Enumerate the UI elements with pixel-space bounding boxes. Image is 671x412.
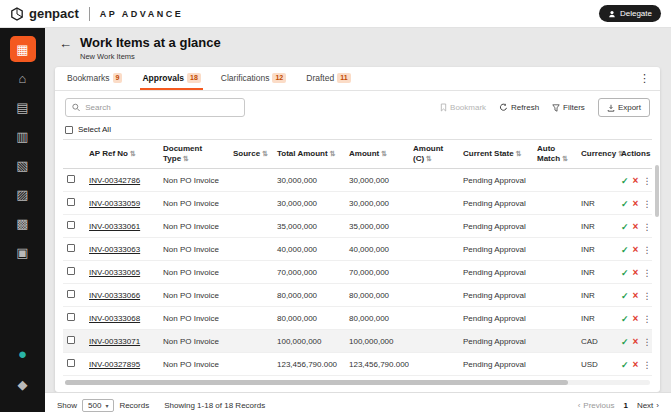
row-menu-icon[interactable]: ⋮ [642,314,651,324]
sidebar-item-reports[interactable]: ▨ [10,181,36,207]
ap-ref-link[interactable]: INV-00333071 [89,337,140,346]
reject-icon[interactable]: × [633,175,639,186]
bookmark-button[interactable]: Bookmark [440,103,486,112]
ap-ref-link[interactable]: INV-00333063 [89,245,140,254]
approve-icon[interactable]: ✓ [621,222,629,232]
row-checkbox[interactable] [67,175,75,183]
vertical-scrollbar-thumb[interactable] [655,165,659,217]
page-size-select[interactable]: 500 ▾ [82,399,114,412]
ap-ref-link[interactable]: INV-00342786 [89,176,140,185]
column-header-ap-ref-no[interactable]: AP Ref No⇅ [85,140,159,169]
row-menu-icon[interactable]: ⋮ [642,176,651,186]
select-all-checkbox[interactable] [65,126,73,134]
filters-button[interactable]: Filters [552,103,585,112]
row-checkbox[interactable] [67,198,75,206]
row-menu-icon[interactable]: ⋮ [642,222,651,232]
reject-icon[interactable]: × [633,336,639,347]
previous-button[interactable]: ‹ Previous [578,401,615,410]
row-menu-icon[interactable]: ⋮ [642,360,651,370]
tabs-menu-icon[interactable]: ⋮ [639,72,650,85]
refresh-button[interactable]: Refresh [499,103,539,112]
column-header-current-state[interactable]: Current State⇅ [459,140,533,169]
sidebar-item-work-items[interactable]: ▤ [10,94,36,120]
sidebar-item-profile[interactable]: ◆ [10,371,36,397]
column-header-total-amount[interactable]: Total Amount⇅ [273,140,345,169]
row-checkbox[interactable] [67,313,75,321]
reject-icon[interactable]: × [633,359,639,370]
row-menu-icon[interactable]: ⋮ [642,291,651,301]
ap-ref-link[interactable]: INV-00327895 [89,360,140,369]
search-box[interactable] [65,98,245,117]
cell-current-state: Pending Approval [459,169,533,192]
ap-ref-link[interactable]: INV-00333059 [89,199,140,208]
sort-icon[interactable]: ⇅ [330,150,336,157]
column-header-document-type[interactable]: Document Type⇅ [159,140,229,169]
row-menu-icon[interactable]: ⋮ [642,268,651,278]
ap-ref-link[interactable]: INV-00333065 [89,268,140,277]
sidebar-item-payments[interactable]: ▩ [10,210,36,236]
sidebar-item-dashboard[interactable]: ▦ [10,36,36,62]
column-header-amount[interactable]: Amount⇅ [345,140,409,169]
sidebar-item-help[interactable]: ● [10,340,36,366]
sidebar-bottom-items: ●◆ [10,340,36,402]
sort-icon[interactable]: ⇅ [183,155,189,162]
row-menu-icon[interactable]: ⋮ [642,199,651,209]
column-header-source[interactable]: Source⇅ [229,140,273,169]
column-header-auto-match[interactable]: Auto Match⇅ [533,140,577,169]
sort-icon[interactable]: ⇅ [516,150,522,157]
column-header-currency[interactable]: Currency⇅ [577,140,617,169]
table-row: INV-00333065Non PO Invoice70,000,00070,0… [63,261,652,284]
column-header-amount-c[interactable]: Amount (C)⇅ [409,140,459,169]
row-checkbox[interactable] [67,267,75,275]
tab-clarifications[interactable]: Clarifications12 [219,67,288,90]
sort-icon[interactable]: ⇅ [562,155,568,162]
vertical-scrollbar[interactable] [655,165,659,374]
approve-icon[interactable]: ✓ [621,291,629,301]
sidebar-item-home[interactable]: ⌂ [10,65,36,91]
sort-icon[interactable]: ⇅ [262,150,268,157]
sidebar-item-documents[interactable]: ▧ [10,152,36,178]
search-input[interactable] [85,103,238,112]
sort-icon[interactable]: ⇅ [130,150,136,157]
approve-icon[interactable]: ✓ [621,268,629,278]
tab-drafted[interactable]: Drafted11 [304,67,352,90]
tab-bookmarks[interactable]: Bookmarks9 [65,67,124,90]
row-checkbox[interactable] [67,359,75,367]
app-name: AP ADVANCE [100,9,183,19]
reject-icon[interactable]: × [633,290,639,301]
ap-ref-link[interactable]: INV-00333066 [89,291,140,300]
page-number[interactable]: 1 [623,401,627,410]
row-checkbox[interactable] [67,221,75,229]
approve-icon[interactable]: ✓ [621,360,629,370]
sidebar-item-invoices[interactable]: ▥ [10,123,36,149]
approve-icon[interactable]: ✓ [621,314,629,324]
row-checkbox[interactable] [67,244,75,252]
reject-icon[interactable]: × [633,221,639,232]
sort-icon[interactable]: ⇅ [381,150,387,157]
reject-icon[interactable]: × [633,198,639,209]
row-checkbox[interactable] [67,290,75,298]
sidebar-item-archive[interactable]: ▣ [10,239,36,265]
row-checkbox[interactable] [67,336,75,344]
approve-icon[interactable]: ✓ [621,176,629,186]
row-menu-icon[interactable]: ⋮ [642,337,651,347]
delegate-button[interactable]: Delegate [599,5,661,22]
ap-ref-link[interactable]: INV-00333068 [89,314,140,323]
back-arrow-icon[interactable]: ← [59,37,72,50]
horizontal-scrollbar-thumb[interactable] [65,380,568,385]
reject-icon[interactable]: × [633,313,639,324]
next-button[interactable]: Next › [637,401,659,410]
approve-icon[interactable]: ✓ [621,199,629,209]
tab-approvals[interactable]: Approvals18 [140,67,202,90]
horizontal-scrollbar[interactable] [65,380,650,385]
approve-icon[interactable]: ✓ [621,245,629,255]
row-menu-icon[interactable]: ⋮ [642,245,651,255]
ap-ref-link[interactable]: INV-00333061 [89,222,140,231]
sort-icon[interactable]: ⇅ [426,155,432,162]
documents-icon: ▧ [16,158,28,173]
reject-icon[interactable]: × [633,267,639,278]
cell-amount: 100,000,000 [345,330,409,353]
export-button[interactable]: Export [598,98,650,117]
approve-icon[interactable]: ✓ [621,337,629,347]
reject-icon[interactable]: × [633,244,639,255]
